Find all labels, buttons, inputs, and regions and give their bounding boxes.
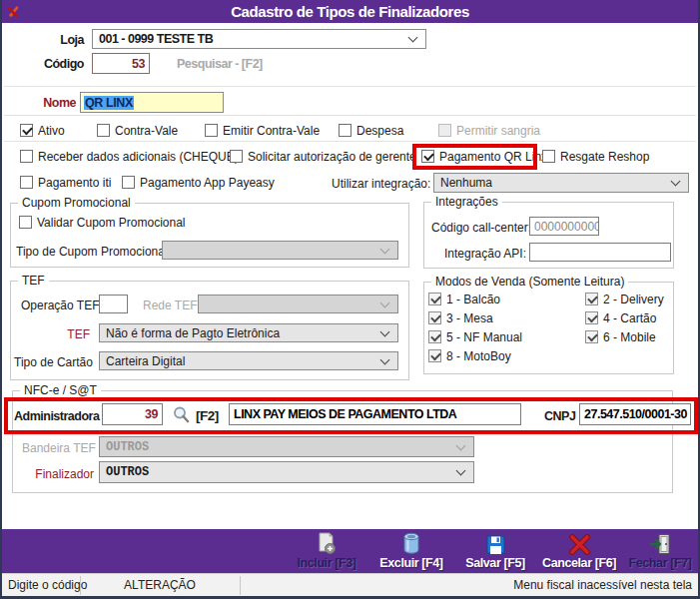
linx-logo-icon xyxy=(6,4,21,19)
group-title: NFC-e / S@T xyxy=(20,383,101,397)
checkbox-box xyxy=(438,124,451,137)
status-left: Digite o código xyxy=(8,578,87,592)
bandeira-tef-select: OUTROS xyxy=(99,436,474,457)
checkbox-modo-motoboy: 8 - MotoBoy xyxy=(428,348,511,363)
cancel-x-icon xyxy=(568,534,591,555)
checkbox-box xyxy=(542,150,555,163)
checkbox-box xyxy=(428,349,441,362)
checkbox-contra-vale[interactable]: Contra-Vale xyxy=(97,123,178,138)
tipo-cupom-label: Tipo de Cupom Promocional xyxy=(16,245,168,259)
checkbox-box xyxy=(585,311,598,324)
utilizar-integracao-value: Nenhuma xyxy=(440,176,492,190)
checkbox-pagamento-iti[interactable]: Pagamento iti xyxy=(20,175,111,190)
utilizar-integracao-label: Utilizar integração: xyxy=(332,177,429,191)
checkbox-modo-cartao: 4 - Cartão xyxy=(585,310,656,325)
administradora-codigo-value: 39 xyxy=(145,407,158,421)
call-center-input[interactable]: 0000000000 xyxy=(529,217,599,236)
checkbox-modo-balcao: 1 - Balcão xyxy=(428,292,500,306)
group-title: TEF xyxy=(18,274,49,288)
checkbox-receber-dados[interactable]: Receber dados adicionais (CHEQUE) xyxy=(20,149,239,164)
utilizar-integracao-select[interactable]: Nenhuma xyxy=(433,173,689,193)
checkbox-despesa[interactable]: Despesa xyxy=(339,123,403,138)
checkbox-box xyxy=(428,330,441,343)
bandeira-tef-value: OUTROS xyxy=(106,440,149,454)
administradora-nome-input[interactable]: LINX PAY MEIOS DE PAGAMENTO LTDA xyxy=(229,403,521,425)
administradora-codigo-input[interactable]: 39 xyxy=(102,403,163,425)
divider xyxy=(4,141,696,142)
title-bar: Cadastro de Tipos de Finalizadores xyxy=(2,0,698,23)
checkbox-modo-mobile: 6 - Mobile xyxy=(585,329,656,344)
cnpj-input[interactable]: 27.547.510/0001-30 xyxy=(579,403,691,425)
checkbox-emitir-contra-vale[interactable]: Emitir Contra-Vale xyxy=(205,123,320,138)
checkbox-box xyxy=(428,311,441,324)
integracao-api-input[interactable] xyxy=(529,243,671,262)
integracao-api-label: Integração API: xyxy=(431,247,526,261)
nome-label: Nome xyxy=(38,96,76,110)
checkbox-modo-mesa: 3 - Mesa xyxy=(428,310,493,325)
checkbox-box xyxy=(20,176,33,189)
trash-cylinder-icon xyxy=(402,532,420,555)
loja-value: 001 - 0999 TESTE TB xyxy=(99,32,213,46)
status-separator xyxy=(240,576,241,595)
incluir-button[interactable]: Incluir [F3] xyxy=(286,531,367,570)
cadastro-finalizadores-window: Cadastro de Tipos de Finalizadores Loja … xyxy=(0,0,700,599)
checkbox-box xyxy=(20,150,33,163)
nome-input[interactable]: QR LINX xyxy=(80,92,224,113)
floppy-disk-icon xyxy=(485,534,506,555)
call-center-label: Código call-center: xyxy=(431,221,526,235)
checkbox-modo-delivery: 2 - Delivery xyxy=(585,292,664,306)
rede-tef-label: Rede TEF xyxy=(143,299,197,312)
fechar-button[interactable]: Fechar [F7] xyxy=(619,531,700,570)
divider xyxy=(4,86,696,87)
cancelar-button[interactable]: Cancelar [F6] xyxy=(538,531,620,570)
checkbox-permitir-sangria: Permitir sangria xyxy=(438,123,540,138)
bottom-toolbar: Incluir [F3] Excluir [F4] Salvar [F5] xyxy=(2,529,698,573)
checkbox-pagamento-qr-linx[interactable]: Pagamento QR Linx xyxy=(421,149,547,164)
loja-select[interactable]: 001 - 0999 TESTE TB xyxy=(92,29,426,49)
search-icon[interactable] xyxy=(172,405,191,424)
excluir-button[interactable]: Excluir [F4] xyxy=(370,531,452,570)
codigo-value: 53 xyxy=(132,57,145,71)
status-bar: Digite o código ALTERAÇÃO Menu fiscal in… xyxy=(2,573,698,597)
exit-door-icon xyxy=(650,533,671,555)
group-title: Integrações xyxy=(431,195,502,209)
bandeira-tef-label: Bandeira TEF xyxy=(22,441,94,455)
salvar-button[interactable]: Salvar [F5] xyxy=(454,531,536,570)
call-center-value: 0000000000 xyxy=(534,220,599,234)
tef-select[interactable]: Não é forma de Pagto Eletrônica xyxy=(99,323,398,342)
operacao-tef-input[interactable] xyxy=(99,295,128,313)
window-title: Cadastro de Tipos de Finalizadores xyxy=(231,3,469,20)
administradora-nome-value: LINX PAY MEIOS DE PAGAMENTO LTDA xyxy=(234,407,456,421)
administradora-f2-hint: [F2] xyxy=(196,408,219,423)
tipo-cartao-label: Tipo de Cartão xyxy=(14,355,90,369)
status-mode: ALTERAÇÃO xyxy=(80,578,240,592)
divider xyxy=(4,115,696,116)
tipo-cartao-select[interactable]: Carteira Digital xyxy=(99,351,398,370)
tef-label: TEF xyxy=(60,327,90,341)
checkbox-box xyxy=(428,293,441,305)
checkbox-box xyxy=(230,150,243,163)
nome-value-selected: QR LINX xyxy=(84,96,134,110)
checkbox-ativo[interactable]: Ativo xyxy=(20,123,65,138)
finalizador-value: OUTROS xyxy=(106,465,149,479)
checkbox-box xyxy=(97,124,110,137)
checkbox-solicitar-autorizacao[interactable]: Solicitar autorização de gerente xyxy=(230,149,416,164)
tipo-cartao-value: Carteira Digital xyxy=(106,354,185,368)
group-title: Modos de Venda (Somente Leitura) xyxy=(431,275,628,289)
checkbox-box xyxy=(421,150,434,163)
checkbox-box xyxy=(339,124,351,137)
codigo-input[interactable]: 53 xyxy=(92,53,150,74)
checkbox-box xyxy=(19,216,32,229)
checkbox-box xyxy=(585,330,598,343)
tipo-cupom-select xyxy=(162,241,398,260)
checkbox-box xyxy=(205,124,218,137)
add-document-icon xyxy=(317,532,337,555)
finalizador-select[interactable]: OUTROS xyxy=(99,461,474,483)
checkbox-pagamento-app-payeasy[interactable]: Pagamento App Payeasy xyxy=(122,175,275,190)
checkbox-box xyxy=(122,176,135,189)
checkbox-resgate-reshop[interactable]: Resgate Reshop xyxy=(542,149,649,164)
checkbox-validar-cupom[interactable]: Validar Cupom Promocional xyxy=(19,215,186,230)
cnpj-value: 27.547.510/0001-30 xyxy=(584,407,687,421)
checkbox-box xyxy=(20,124,33,137)
administradora-label: Administradora xyxy=(14,409,99,423)
